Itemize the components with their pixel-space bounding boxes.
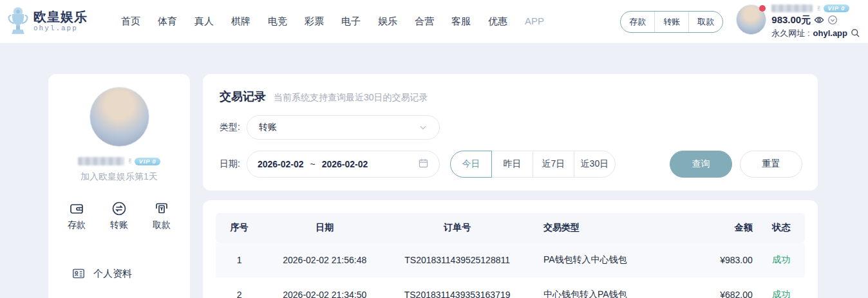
nav-support[interactable]: 客服 — [451, 15, 471, 28]
header-user-area: ✌ VIP 0 983.00元 永久网址 : ohyl.app — [736, 5, 860, 39]
permanent-url-value: ohyl.app — [813, 28, 847, 38]
transaction-table-panel: 序号 日期 订单号 交易类型 金额 状态 1 2026-02-02 21:56:… — [203, 200, 818, 298]
nav-esports[interactable]: 电竞 — [268, 15, 287, 28]
nav-promotions[interactable]: 优惠 — [488, 15, 507, 28]
logo-domain: ohyl.app — [33, 25, 88, 33]
sidebar-withdraw-button[interactable]: 取款 — [153, 201, 171, 231]
main-nav: 首页 体育 真人 棋牌 电竞 彩票 电子 娱乐 合营 客服 优惠 APP — [121, 15, 620, 28]
nav-chess[interactable]: 棋牌 — [231, 15, 250, 28]
sidebar-quick-actions: 存款 转账 取款 — [48, 201, 190, 231]
cell-amount: ¥983.00 — [675, 255, 758, 265]
vip-medal-icon: ✌ — [127, 157, 133, 165]
col-date: 日期 — [263, 222, 386, 234]
withdraw-button[interactable]: 取款 — [688, 12, 722, 32]
nav-app[interactable]: APP — [525, 15, 544, 28]
date-quick-range-group: 今日 昨日 近7日 近30日 — [450, 151, 616, 178]
trophy-logo-icon — [6, 6, 30, 37]
col-index: 序号 — [216, 222, 263, 234]
sidebar-menu: 个人资料 VIP特权 — [48, 256, 190, 298]
date-range-input[interactable]: 2026-02-02 ~ 2026-02-02 — [247, 151, 440, 178]
search-icon[interactable] — [851, 28, 860, 38]
nav-lottery[interactable]: 彩票 — [305, 15, 324, 28]
refresh-chevron-icon[interactable] — [827, 15, 838, 25]
nav-sports[interactable]: 体育 — [158, 15, 177, 28]
nav-entertainment[interactable]: 娱乐 — [378, 15, 397, 28]
reset-button[interactable]: 重置 — [740, 151, 802, 178]
cell-amount: ¥682.00 — [675, 290, 758, 298]
nav-affiliate[interactable]: 合营 — [415, 15, 434, 28]
nav-home[interactable]: 首页 — [121, 15, 140, 28]
deposit-button[interactable]: 存款 — [621, 12, 654, 32]
page-subtitle: 当前系统支持查询最近30日的交易记录 — [274, 92, 428, 104]
cell-date: 2026-02-02 21:56:48 — [263, 255, 386, 265]
chevron-down-icon — [419, 123, 428, 132]
page-title: 交易记录 — [220, 89, 266, 104]
date-filter-label: 日期: — [220, 158, 240, 170]
balance-amount: 983.00元 — [771, 14, 811, 26]
deposit-wallet-icon — [69, 201, 84, 216]
transfer-button[interactable]: 转账 — [654, 12, 688, 32]
sidebar-deposit-button[interactable]: 存款 — [68, 201, 86, 231]
col-status: 状态 — [758, 222, 805, 234]
sidebar-item-profile[interactable]: 个人资料 — [48, 256, 190, 292]
col-amount: 金额 — [675, 222, 758, 234]
top-header: 欧皇娱乐 ohyl.app 首页 体育 真人 棋牌 电竞 彩票 电子 娱乐 合营… — [0, 0, 868, 44]
sidebar-transfer-button[interactable]: 转账 — [110, 201, 128, 231]
search-button[interactable]: 查询 — [670, 151, 732, 178]
type-select[interactable]: 转账 — [247, 115, 440, 140]
cell-order: TS2018311439353163719 — [386, 290, 528, 298]
table-header-row: 序号 日期 订单号 交易类型 金额 状态 — [216, 213, 805, 243]
type-filter-label: 类型: — [220, 122, 240, 133]
cell-order: TS2018311439525128811 — [386, 255, 528, 265]
range-today-button[interactable]: 今日 — [450, 151, 492, 178]
col-type: 交易类型 — [528, 222, 675, 234]
nav-live[interactable]: 真人 — [194, 15, 214, 28]
cell-date: 2026-02-02 21:34:50 — [263, 290, 386, 298]
transfer-icon — [111, 201, 127, 216]
vip-badge: ✌ VIP 0 — [816, 5, 849, 13]
range-7days-button[interactable]: 近7日 — [533, 151, 574, 178]
join-days-text: 加入欧皇娱乐第1天 — [48, 171, 190, 183]
cell-index: 2 — [216, 290, 263, 298]
withdraw-icon — [154, 201, 169, 216]
site-logo[interactable]: 欧皇娱乐 ohyl.app — [6, 6, 103, 37]
redacted-username — [78, 157, 124, 165]
permanent-url-label: 永久网址 : — [771, 28, 809, 39]
cell-status: 成功 — [758, 254, 805, 266]
table-row: 1 2026-02-02 21:56:48 TS2018311439525128… — [216, 243, 805, 277]
range-yesterday-button[interactable]: 昨日 — [491, 151, 533, 178]
notification-dot — [759, 5, 766, 12]
sidebar-avatar — [90, 87, 149, 147]
col-order: 订单号 — [386, 222, 528, 234]
range-30days-button[interactable]: 近30日 — [574, 151, 616, 178]
cell-type: 中心钱包转入PA钱包 — [528, 289, 675, 298]
cell-index: 1 — [216, 255, 263, 265]
transaction-filter-panel: 交易记录 当前系统支持查询最近30日的交易记录 类型: 转账 日期: 2026-… — [203, 74, 818, 191]
logo-title: 欧皇娱乐 — [33, 10, 88, 24]
user-avatar[interactable] — [736, 5, 766, 35]
date-start: 2026-02-02 — [258, 159, 304, 169]
date-end: 2026-02-02 — [322, 159, 368, 169]
calendar-icon — [418, 158, 429, 171]
vip-medal-icon: ✌ — [816, 5, 822, 13]
eye-icon[interactable] — [814, 15, 824, 25]
nav-slots[interactable]: 电子 — [341, 15, 361, 28]
wallet-action-group: 存款 转账 取款 — [620, 11, 723, 33]
vip-badge: ✌ VIP 0 — [127, 157, 161, 165]
cell-type: PA钱包转入中心钱包 — [528, 254, 675, 266]
redacted-username — [771, 5, 813, 12]
table-row: 2 2026-02-02 21:34:50 TS2018311439353163… — [216, 277, 805, 298]
profile-sidebar: ✌ VIP 0 加入欧皇娱乐第1天 存款 转账 取款 个人资料 — [48, 74, 190, 298]
cell-status: 成功 — [758, 289, 805, 298]
id-card-icon — [71, 266, 86, 281]
